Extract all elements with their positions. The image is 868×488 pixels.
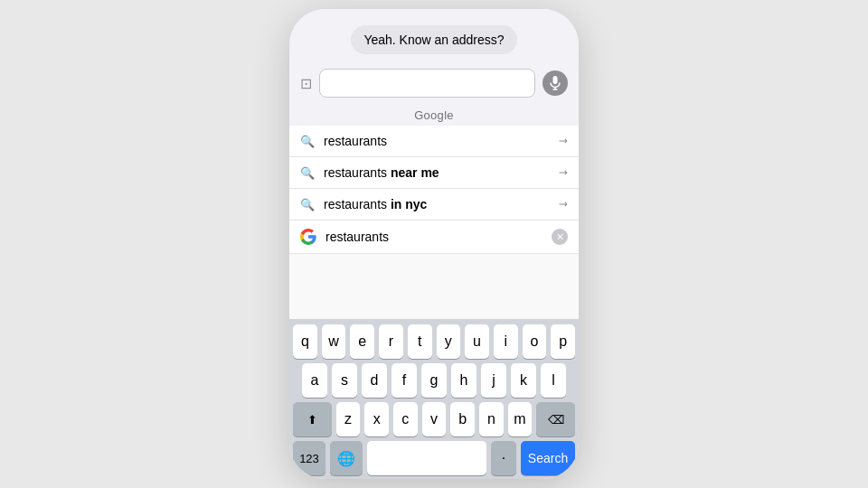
key-o[interactable]: o bbox=[523, 324, 547, 359]
key-z[interactable]: z bbox=[336, 402, 361, 436]
suggestion-item-3[interactable]: 🔍 restaurants in nyc ↙ bbox=[289, 189, 579, 221]
key-a[interactable]: a bbox=[302, 363, 327, 398]
message-area: Yeah. Know an address? bbox=[289, 9, 579, 63]
safari-search-input[interactable] bbox=[319, 69, 535, 98]
microphone-icon[interactable] bbox=[542, 70, 568, 96]
suggestion-text-2: restaurants near me bbox=[324, 165, 559, 180]
key-s[interactable]: s bbox=[332, 363, 357, 398]
keyboard-row-1: q w e r t y u i o p bbox=[293, 324, 575, 359]
key-f[interactable]: f bbox=[392, 363, 417, 398]
keyboard-row-4: 123 🌐 · Search bbox=[293, 441, 575, 475]
search-key[interactable]: Search bbox=[521, 441, 575, 475]
key-j[interactable]: j bbox=[481, 363, 506, 398]
dot-key[interactable]: · bbox=[491, 441, 516, 475]
globe-key[interactable]: 🌐 bbox=[330, 441, 363, 475]
message-bubble: Yeah. Know an address? bbox=[351, 25, 516, 54]
suggestion-item-1[interactable]: 🔍 restaurants ↙ bbox=[289, 126, 579, 157]
key-q[interactable]: q bbox=[293, 324, 317, 359]
suggestion-item-2[interactable]: 🔍 restaurants near me ↙ bbox=[289, 157, 579, 189]
key-d[interactable]: d bbox=[362, 363, 387, 398]
key-y[interactable]: y bbox=[437, 324, 461, 359]
search-icon-3: 🔍 bbox=[300, 198, 315, 211]
google-label: Google bbox=[289, 103, 579, 126]
delete-key[interactable]: ⌫ bbox=[536, 402, 575, 436]
numbers-key[interactable]: 123 bbox=[293, 441, 326, 475]
key-w[interactable]: w bbox=[322, 324, 346, 359]
shift-key[interactable]: ⬆ bbox=[293, 402, 332, 436]
keyboard: q w e r t y u i o p a s d f g h j k l ⬆ … bbox=[289, 319, 579, 479]
key-i[interactable]: i bbox=[494, 324, 518, 359]
suggestions-area: Google 🔍 restaurants ↙ 🔍 restaurants nea… bbox=[289, 103, 579, 319]
phone-container: Yeah. Know an address? ⊡ Google 🔍 restau… bbox=[289, 9, 579, 479]
key-g[interactable]: g bbox=[421, 363, 447, 398]
suggestion-text-3: restaurants in nyc bbox=[324, 197, 559, 211]
suggestion-text-1: restaurants bbox=[324, 134, 559, 148]
google-g-logo bbox=[300, 229, 316, 245]
key-e[interactable]: e bbox=[350, 324, 374, 359]
key-k[interactable]: k bbox=[511, 363, 536, 398]
numbers-label: 123 bbox=[299, 452, 319, 465]
search-label: Search bbox=[528, 451, 568, 465]
active-search-row[interactable]: restaurants ✕ bbox=[289, 221, 579, 254]
camera-icon[interactable]: ⊡ bbox=[300, 75, 312, 92]
message-text: Yeah. Know an address? bbox=[363, 33, 504, 47]
key-l[interactable]: l bbox=[541, 363, 566, 398]
key-p[interactable]: p bbox=[551, 324, 575, 359]
key-m[interactable]: m bbox=[508, 402, 533, 436]
search-icon-1: 🔍 bbox=[300, 135, 315, 148]
clear-button[interactable]: ✕ bbox=[552, 229, 568, 245]
key-b[interactable]: b bbox=[450, 402, 475, 436]
svg-rect-0 bbox=[553, 76, 558, 84]
key-x[interactable]: x bbox=[364, 402, 389, 436]
space-key[interactable] bbox=[367, 441, 486, 475]
active-search-text: restaurants bbox=[326, 230, 552, 244]
keyboard-row-3: ⬆ z x c v b n m ⌫ bbox=[293, 402, 575, 436]
search-icon-2: 🔍 bbox=[300, 166, 315, 180]
dot-label: · bbox=[502, 450, 505, 466]
safari-bar: ⊡ bbox=[289, 63, 579, 103]
key-t[interactable]: t bbox=[408, 324, 432, 359]
key-r[interactable]: r bbox=[379, 324, 403, 359]
keyboard-row-2: a s d f g h j k l bbox=[293, 363, 575, 398]
key-h[interactable]: h bbox=[451, 363, 476, 398]
key-v[interactable]: v bbox=[422, 402, 447, 436]
key-n[interactable]: n bbox=[479, 402, 504, 436]
key-c[interactable]: c bbox=[393, 402, 418, 436]
key-u[interactable]: u bbox=[465, 324, 489, 359]
